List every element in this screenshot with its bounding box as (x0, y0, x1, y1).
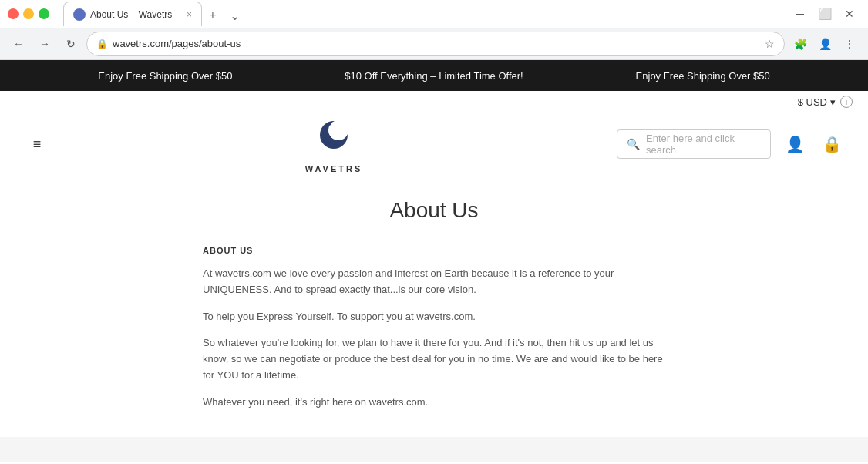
restore-window-button[interactable]: ⬜ (814, 3, 836, 25)
minimize-window-button[interactable]: ─ (789, 3, 811, 25)
info-icon[interactable]: i (840, 96, 853, 108)
currency-chevron-icon: ▾ (830, 96, 836, 108)
lock-cart-icon: 🔒 (823, 135, 842, 153)
back-button[interactable]: ← (8, 33, 29, 55)
banner-center: $10 Off Everything – Limited Time Offer! (300, 70, 569, 82)
search-box[interactable]: 🔍 Enter here and click search (617, 129, 771, 159)
top-banner: Enjoy Free Shipping Over $50 $10 Off Eve… (0, 60, 868, 91)
bookmark-button[interactable]: ☆ (765, 38, 775, 50)
logo-text: WAVETRS (305, 164, 363, 173)
window-close-button[interactable] (8, 8, 19, 19)
header-left: ≡ (23, 130, 51, 158)
footer-title: NEED HELP ? (15, 460, 853, 462)
about-para-1: At wavetrs.com we love every passion and… (203, 266, 665, 298)
banner-right: Enjoy Free Shipping Over $50 (568, 70, 837, 82)
search-placeholder-text: Enter here and click search (646, 133, 761, 156)
about-para-2: To help you Express Yourself. To support… (203, 309, 665, 325)
close-window-button[interactable]: ✕ (839, 3, 860, 25)
window-controls (8, 8, 49, 19)
tab-label: About Us – Wavetrs (90, 9, 182, 20)
about-section: ABOUT US At wavetrs.com we love every pa… (203, 246, 665, 411)
header-center: WAVETRS (305, 115, 363, 173)
hamburger-menu-button[interactable]: ≡ (23, 130, 51, 158)
tab-menu-button[interactable]: ⌄ (224, 5, 245, 26)
site-footer: NEED HELP ? Terms of service Shipping In… (0, 437, 868, 462)
navigation-bar: ← → ↻ 🔒 wavetrs.com/pages/about-us ☆ 🧩 👤… (0, 28, 868, 60)
lock-icon: 🔒 (96, 39, 108, 49)
address-bar[interactable]: 🔒 wavetrs.com/pages/about-us ☆ (86, 32, 785, 56)
svg-point-1 (328, 120, 348, 140)
page-content: Enjoy Free Shipping Over $50 $10 Off Eve… (0, 60, 868, 462)
active-tab[interactable]: About Us – Wavetrs × (63, 2, 202, 26)
header-right: 🔍 Enter here and click search 👤 🔒 (617, 129, 845, 159)
currency-bar: $ USD ▾ i (0, 91, 868, 113)
extensions-button[interactable]: 🧩 (789, 33, 811, 55)
search-icon: 🔍 (627, 138, 640, 150)
cart-lock-button[interactable]: 🔒 (820, 132, 845, 156)
svg-point-2 (324, 126, 327, 129)
user-account-button[interactable]: 👤 (783, 132, 808, 156)
tab-bar: About Us – Wavetrs × + ⌄ (56, 2, 253, 26)
profile-button[interactable]: 👤 (814, 33, 836, 55)
forward-button[interactable]: → (34, 33, 56, 55)
logo-image[interactable] (311, 115, 357, 161)
title-bar: About Us – Wavetrs × + ⌄ ─ ⬜ ✕ (0, 0, 868, 28)
new-tab-button[interactable]: + (202, 5, 224, 26)
url-text: wavetrs.com/pages/about-us (113, 38, 760, 49)
banner-left: Enjoy Free Shipping Over $50 (31, 70, 300, 82)
about-para-3: So whatever you're looking for, we plan … (203, 335, 665, 383)
reload-button[interactable]: ↻ (60, 33, 82, 55)
browser-actions: 🧩 👤 ⋮ (789, 33, 860, 55)
about-label: ABOUT US (203, 246, 665, 255)
browser-menu-button[interactable]: ⋮ (839, 33, 860, 55)
about-para-4: Whatever you need, it's right here on wa… (203, 395, 665, 411)
window-maximize-button[interactable] (39, 8, 49, 19)
svg-point-4 (328, 123, 331, 126)
tab-favicon (73, 8, 86, 21)
currency-label: $ USD (798, 96, 827, 108)
svg-point-3 (321, 134, 323, 136)
page-title: About Us (31, 198, 837, 223)
site-header: ≡ WAVETRS 🔍 Enter here and cli (0, 113, 868, 175)
window-minimize-button[interactable] (23, 8, 34, 19)
user-icon: 👤 (786, 135, 805, 153)
tab-close-button[interactable]: × (187, 9, 192, 20)
currency-selector[interactable]: $ USD ▾ (798, 96, 836, 108)
browser-chrome: About Us – Wavetrs × + ⌄ ─ ⬜ ✕ ← → ↻ 🔒 w… (0, 0, 868, 60)
main-content: About Us ABOUT US At wavetrs.com we love… (0, 175, 868, 437)
